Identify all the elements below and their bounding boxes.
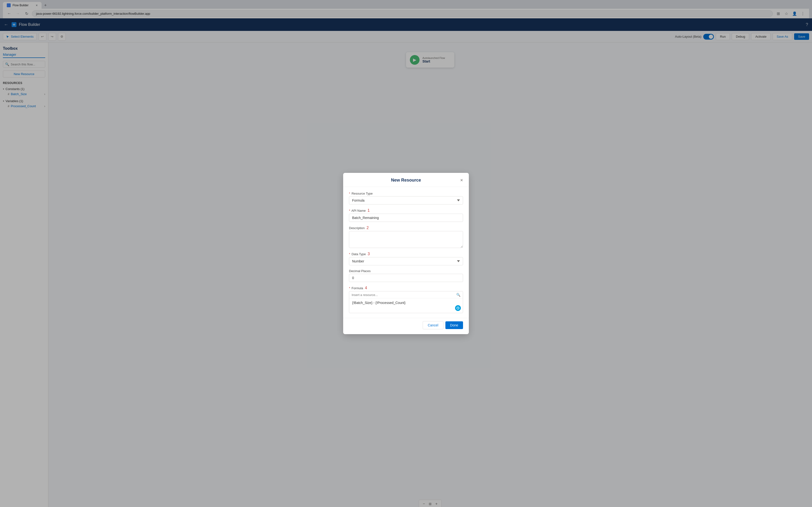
modal-title: New Resource	[391, 178, 421, 183]
data-type-label: * Data Type 3	[349, 252, 463, 256]
data-type-field: * Data Type 3 Number Text Boolean Curren…	[349, 252, 463, 265]
description-label: Description 2	[349, 226, 463, 230]
modal-body: * Resource Type Formula * API Name 1	[343, 187, 469, 318]
new-resource-modal: New Resource × * Resource Type Formula *…	[343, 173, 469, 334]
cancel-button[interactable]: Cancel	[423, 321, 444, 329]
resource-type-select[interactable]: Formula	[349, 196, 463, 205]
resource-type-field: * Resource Type Formula	[349, 192, 463, 205]
formula-editor: 🔍 {!Batch_Size} - {!Processed_Count}	[349, 291, 463, 313]
modal-footer: Cancel Done	[343, 318, 469, 334]
decimal-places-field: Decimal Places	[349, 269, 463, 282]
decimal-places-input[interactable]	[349, 274, 463, 282]
resource-type-label: * Resource Type	[349, 192, 463, 195]
formula-search-icon: 🔍	[456, 293, 460, 297]
data-type-select-wrapper: Number Text Boolean Currency Date DateTi…	[349, 257, 463, 265]
formula-expression: {!Batch_Size} - {!Processed_Count}	[352, 301, 406, 305]
modal-close-button[interactable]: ×	[458, 177, 465, 183]
modal-overlay: New Resource × * Resource Type Formula *…	[0, 0, 812, 507]
api-name-field: * API Name 1	[349, 208, 463, 222]
salesforce-icon	[455, 305, 461, 311]
api-name-label: * API Name 1	[349, 208, 463, 213]
formula-resource-input[interactable]	[352, 293, 454, 297]
done-button[interactable]: Done	[445, 321, 463, 329]
formula-content[interactable]: {!Batch_Size} - {!Processed_Count}	[349, 298, 463, 313]
formula-field: * Formula 4 🔍 {!Batch_Size} - {!Processe…	[349, 286, 463, 313]
api-name-input[interactable]	[349, 214, 463, 222]
modal-header: New Resource ×	[343, 173, 469, 187]
decimal-places-label: Decimal Places	[349, 269, 463, 273]
description-textarea[interactable]	[349, 231, 463, 248]
description-field: Description 2	[349, 226, 463, 248]
data-type-select[interactable]: Number Text Boolean Currency Date DateTi…	[349, 257, 463, 265]
formula-label: * Formula 4	[349, 286, 463, 290]
formula-search-row: 🔍	[349, 291, 463, 298]
